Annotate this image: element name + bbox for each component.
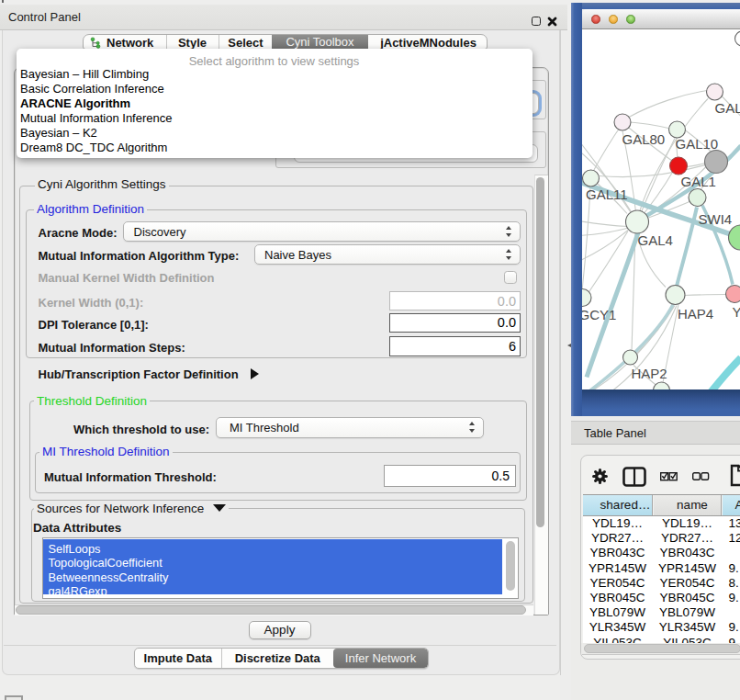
svg-text:HAP2: HAP2 bbox=[632, 366, 667, 381]
svg-text:GAL8: GAL8 bbox=[715, 99, 740, 115]
svg-text:GAL1: GAL1 bbox=[681, 174, 716, 189]
svg-text:GAL80: GAL80 bbox=[622, 131, 666, 147]
svg-text:HAP4: HAP4 bbox=[678, 306, 713, 322]
svg-text:GCY1: GCY1 bbox=[582, 306, 616, 322]
svg-text:Y: Y bbox=[733, 303, 740, 319]
svg-text:GAL4: GAL4 bbox=[638, 232, 673, 248]
svg-text:GAL10: GAL10 bbox=[676, 136, 719, 152]
svg-text:SWI4: SWI4 bbox=[699, 211, 733, 227]
svg-text:GAL11: GAL11 bbox=[586, 186, 628, 202]
